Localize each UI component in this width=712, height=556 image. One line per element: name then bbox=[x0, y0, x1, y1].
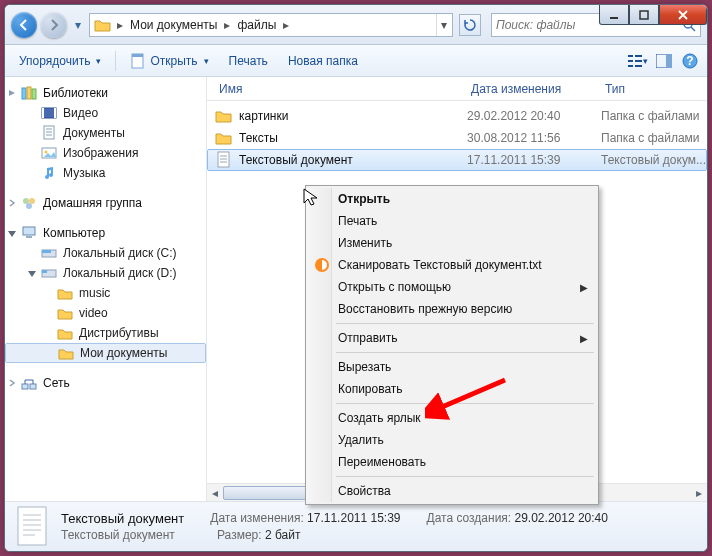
computer-icon bbox=[21, 225, 37, 241]
scroll-right-button[interactable]: ▸ bbox=[691, 484, 707, 502]
ctx-restore[interactable]: Восстановить прежную версию bbox=[308, 298, 596, 320]
submenu-arrow-icon: ▶ bbox=[580, 282, 588, 293]
svg-point-24 bbox=[23, 198, 29, 204]
svg-rect-28 bbox=[26, 236, 32, 238]
nav-folder-video[interactable]: video bbox=[5, 303, 206, 323]
close-button[interactable] bbox=[659, 5, 707, 25]
music-icon bbox=[41, 165, 57, 181]
images-icon bbox=[41, 145, 57, 161]
svg-rect-16 bbox=[27, 87, 31, 99]
video-icon bbox=[41, 105, 57, 121]
column-type[interactable]: Тип bbox=[601, 82, 707, 96]
context-menu: Открыть Печать Изменить Сканировать Текс… bbox=[305, 185, 599, 505]
list-item-selected[interactable]: Текстовый документ 17.11.2011 15:39 Текс… bbox=[207, 149, 707, 171]
svg-rect-5 bbox=[628, 55, 633, 57]
window-controls bbox=[599, 5, 707, 25]
column-headers: Имя Дата изменения Тип bbox=[207, 77, 707, 101]
chevron-right-icon[interactable]: ▸ bbox=[221, 18, 233, 32]
svg-rect-17 bbox=[32, 89, 36, 99]
ctx-rename[interactable]: Переименовать bbox=[308, 451, 596, 473]
view-menu[interactable]: ▾ bbox=[627, 50, 649, 72]
chevron-right-icon[interactable]: ▸ bbox=[280, 18, 292, 32]
nav-libraries[interactable]: Библиотеки bbox=[5, 83, 206, 103]
new-folder-button[interactable]: Новая папка bbox=[280, 51, 366, 71]
ctx-send-to[interactable]: Отправить▶ bbox=[308, 327, 596, 349]
breadcrumb[interactable]: ▸ Мои документы ▸ файлы ▸ ▾ bbox=[89, 13, 453, 37]
ctx-copy[interactable]: Копировать bbox=[308, 378, 596, 400]
svg-rect-0 bbox=[610, 17, 618, 19]
breadcrumb-dropdown[interactable]: ▾ bbox=[436, 14, 450, 36]
svg-point-25 bbox=[29, 198, 35, 204]
nav-folder-mydocs[interactable]: Мои документы bbox=[5, 343, 206, 363]
refresh-button[interactable] bbox=[459, 14, 481, 36]
ctx-create-shortcut[interactable]: Создать ярлык bbox=[308, 407, 596, 429]
drive-icon bbox=[41, 265, 57, 281]
folder-icon bbox=[215, 107, 233, 125]
svg-rect-27 bbox=[23, 227, 35, 235]
chevron-right-icon[interactable]: ▸ bbox=[114, 18, 126, 32]
svg-rect-19 bbox=[42, 108, 44, 118]
network-icon bbox=[21, 375, 37, 391]
ctx-cut[interactable]: Вырезать bbox=[308, 356, 596, 378]
ctx-scan[interactable]: Сканировать Текстовый документ.txt bbox=[308, 254, 596, 276]
nav-network[interactable]: Сеть bbox=[5, 373, 206, 393]
nav-folder-music[interactable]: music bbox=[5, 283, 206, 303]
open-menu[interactable]: Открыть bbox=[122, 50, 216, 72]
status-title: Текстовый документ bbox=[61, 511, 184, 526]
nav-folder-distr[interactable]: Дистрибутивы bbox=[5, 323, 206, 343]
nav-homegroup[interactable]: Домашняя группа bbox=[5, 193, 206, 213]
folder-icon bbox=[94, 16, 112, 34]
folder-icon bbox=[57, 305, 73, 321]
back-button[interactable] bbox=[11, 12, 37, 38]
nav-images[interactable]: Изображения bbox=[5, 143, 206, 163]
forward-button[interactable] bbox=[41, 12, 67, 38]
svg-rect-6 bbox=[635, 55, 642, 57]
print-button[interactable]: Печать bbox=[221, 51, 276, 71]
navigation-pane[interactable]: Библиотеки Видео Документы Изображения М… bbox=[5, 77, 207, 501]
ctx-print[interactable]: Печать bbox=[308, 210, 596, 232]
svg-rect-32 bbox=[42, 270, 47, 273]
nav-music[interactable]: Музыка bbox=[5, 163, 206, 183]
maximize-button[interactable] bbox=[629, 5, 659, 25]
svg-rect-9 bbox=[628, 65, 633, 67]
help-button[interactable]: ? bbox=[679, 50, 701, 72]
svg-rect-7 bbox=[628, 60, 633, 62]
txt-file-icon bbox=[15, 505, 51, 549]
svg-rect-18 bbox=[42, 108, 56, 118]
ctx-open[interactable]: Открыть bbox=[308, 188, 596, 210]
svg-rect-33 bbox=[22, 384, 28, 389]
minimize-button[interactable] bbox=[599, 5, 629, 25]
ctx-properties[interactable]: Свойства bbox=[308, 480, 596, 502]
submenu-arrow-icon: ▶ bbox=[580, 333, 588, 344]
svg-rect-20 bbox=[54, 108, 56, 118]
ctx-delete[interactable]: Удалить bbox=[308, 429, 596, 451]
svg-rect-10 bbox=[635, 65, 642, 67]
folder-icon bbox=[215, 129, 233, 147]
scroll-left-button[interactable]: ◂ bbox=[207, 484, 223, 502]
breadcrumb-item[interactable]: файлы bbox=[233, 18, 280, 32]
organize-menu[interactable]: Упорядочить bbox=[11, 51, 109, 71]
nav-video[interactable]: Видео bbox=[5, 103, 206, 123]
notepad-icon bbox=[130, 53, 146, 69]
list-item[interactable]: Тексты 30.08.2012 11:56 Папка с файлами bbox=[207, 127, 707, 149]
nav-history-dropdown[interactable]: ▾ bbox=[71, 12, 85, 38]
svg-rect-15 bbox=[22, 88, 26, 99]
open-label: Открыть bbox=[150, 54, 197, 68]
nav-drive-c[interactable]: Локальный диск (C:) bbox=[5, 243, 206, 263]
status-subtitle: Текстовый документ bbox=[61, 528, 191, 542]
nav-drive-d[interactable]: Локальный диск (D:) bbox=[5, 263, 206, 283]
ctx-edit[interactable]: Изменить bbox=[308, 232, 596, 254]
nav-computer[interactable]: Компьютер bbox=[5, 223, 206, 243]
column-name[interactable]: Имя bbox=[215, 82, 467, 96]
list-item[interactable]: картинки 29.02.2012 20:40 Папка с файлам… bbox=[207, 105, 707, 127]
svg-point-26 bbox=[26, 203, 32, 209]
ctx-open-with[interactable]: Открыть с помощью▶ bbox=[308, 276, 596, 298]
svg-rect-34 bbox=[30, 384, 36, 389]
breadcrumb-item[interactable]: Мои документы bbox=[126, 18, 221, 32]
nav-documents[interactable]: Документы bbox=[5, 123, 206, 143]
explorer-window: ▾ ▸ Мои документы ▸ файлы ▸ ▾ Упорядочит… bbox=[4, 4, 708, 552]
folder-icon bbox=[57, 325, 73, 341]
preview-pane-button[interactable] bbox=[653, 50, 675, 72]
column-date[interactable]: Дата изменения bbox=[467, 82, 601, 96]
svg-rect-36 bbox=[18, 507, 46, 545]
